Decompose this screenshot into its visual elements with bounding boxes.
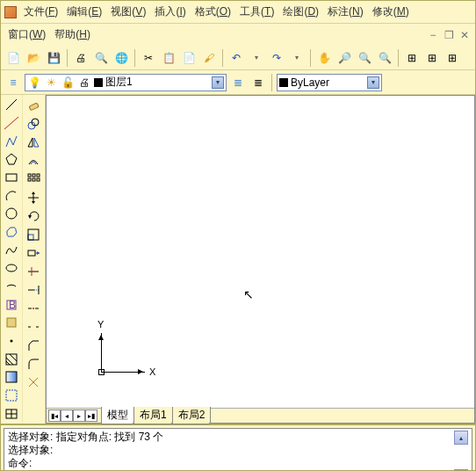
array-icon[interactable] (25, 170, 42, 187)
menu-help[interactable]: 帮助(H) (51, 25, 94, 44)
revcloud-icon[interactable] (3, 224, 20, 241)
menu-edit[interactable]: 编辑(E) (63, 3, 105, 21)
menu-tools[interactable]: 工具(T) (236, 3, 278, 21)
line-icon[interactable] (3, 97, 20, 113)
copy-icon[interactable]: 📋 (160, 49, 177, 67)
menu-dimension[interactable]: 标注(N) (324, 3, 367, 21)
command-history: 选择对象: 指定对角点: 找到 73 个 选择对象: 命令: (8, 431, 454, 471)
tab-layout1[interactable]: 布局1 (133, 407, 173, 424)
gradient-icon[interactable] (3, 369, 20, 386)
scroll-up-button[interactable]: ▴ (454, 431, 468, 445)
tab-next-button[interactable]: ▸ (73, 409, 85, 422)
menu-file[interactable]: 文件(F) (20, 3, 61, 21)
window-controls: − ❐ ✕ (426, 29, 472, 41)
insert-block-icon[interactable]: B (3, 296, 20, 313)
save-icon[interactable]: 💾 (45, 49, 62, 67)
break-icon[interactable] (25, 318, 42, 335)
print-icon[interactable]: 🖨 (72, 49, 90, 67)
svg-marker-22 (28, 138, 32, 147)
layer-states-icon[interactable]: ≣ (249, 74, 267, 91)
layer-manager-icon[interactable]: ≡ (4, 74, 22, 91)
dropdown-arrow-icon[interactable]: ▾ (367, 76, 379, 89)
dropdown-arrow-icon[interactable]: ▾ (212, 76, 224, 89)
paste-icon[interactable]: 📄 (180, 49, 198, 67)
zoom-win-icon[interactable]: 🔍 (356, 49, 373, 67)
tab-model[interactable]: 模型 (101, 407, 134, 424)
menu-insert[interactable]: 插入(I) (151, 3, 189, 21)
ellipse-arc-icon[interactable] (3, 279, 20, 295)
draw-modify-toolbars: B (1, 95, 46, 424)
circle-icon[interactable] (3, 206, 20, 222)
chamfer-icon[interactable] (25, 337, 42, 353)
undo-icon[interactable]: ↶ (227, 49, 245, 67)
rotate-icon[interactable] (25, 207, 42, 224)
arc-icon[interactable] (3, 187, 20, 204)
minimize-button[interactable]: − (426, 29, 440, 41)
command-window[interactable]: 选择对象: 指定对角点: 找到 73 个 选择对象: 命令: ▴ ▾ (4, 428, 472, 471)
construction-line-icon[interactable] (3, 115, 20, 132)
match-prop-icon[interactable]: 🖌 (200, 49, 218, 67)
restore-button[interactable]: ❐ (442, 29, 456, 41)
mirror-icon[interactable] (25, 134, 42, 150)
publish-icon[interactable]: 🌐 (112, 49, 130, 67)
menu-modify[interactable]: 修改(M) (369, 3, 413, 21)
menu-format[interactable]: 格式(O) (191, 3, 234, 21)
undo-dd-icon[interactable]: ▾ (248, 49, 265, 67)
stretch-icon[interactable] (25, 244, 42, 261)
polyline-icon[interactable] (3, 133, 20, 149)
menu-view[interactable]: 视图(V) (107, 3, 149, 21)
close-button[interactable]: ✕ (458, 29, 472, 41)
drawing-canvas[interactable]: Y X ↖ (47, 96, 474, 408)
pan-icon[interactable]: ✋ (315, 49, 333, 67)
cut-icon[interactable]: ✂ (140, 49, 157, 67)
copy-object-icon[interactable] (25, 115, 42, 132)
designcenter-icon[interactable]: ⊞ (423, 49, 441, 67)
draw-toolbar: B (1, 95, 23, 424)
scale-icon[interactable] (25, 226, 42, 243)
region-icon[interactable] (3, 388, 20, 404)
preview-icon[interactable]: 🔍 (92, 49, 110, 67)
open-file-icon[interactable]: 📂 (25, 49, 42, 67)
tab-layout2[interactable]: 布局2 (172, 407, 212, 424)
point-icon[interactable] (3, 333, 20, 350)
offset-icon[interactable] (25, 152, 42, 169)
properties-icon[interactable]: ⊞ (403, 49, 421, 67)
command-scrollbar[interactable]: ▴ ▾ (454, 431, 468, 471)
extend-icon[interactable] (25, 281, 42, 298)
redo-dd-icon[interactable]: ▾ (288, 49, 306, 67)
zoom-prev-icon[interactable]: 🔍 (376, 49, 393, 67)
fillet-icon[interactable] (25, 355, 42, 372)
main-toolbar: 📄 📂 💾 🖨 🔍 🌐 ✂ 📋 📄 🖌 ↶ ▾ ↷ ▾ ✋ 🔎 🔍 🔍 ⊞ ⊞ … (1, 46, 475, 70)
svg-rect-15 (6, 390, 17, 401)
layer-prev-icon[interactable]: ≣ (229, 74, 247, 91)
zoom-rt-icon[interactable]: 🔎 (335, 49, 353, 67)
modify-toolbar (23, 95, 45, 424)
polygon-icon[interactable] (3, 151, 20, 168)
cmd-prompt[interactable]: 命令: (8, 457, 454, 470)
x-label: X (149, 366, 155, 377)
rectangle-icon[interactable] (3, 170, 20, 186)
ellipse-icon[interactable] (3, 260, 20, 277)
hatch-icon[interactable] (3, 351, 20, 367)
explode-icon[interactable] (25, 373, 42, 390)
color-dropdown[interactable]: ByLayer ▾ (277, 74, 382, 91)
toolpalette-icon[interactable]: ⊞ (444, 49, 461, 67)
new-file-icon[interactable]: 📄 (4, 49, 22, 67)
move-icon[interactable] (25, 189, 42, 206)
menu-window[interactable]: 窗口(W) (4, 25, 49, 44)
erase-icon[interactable] (25, 97, 42, 113)
svg-point-4 (6, 208, 17, 219)
trim-icon[interactable] (25, 263, 42, 279)
layer-name: 图层1 (105, 75, 133, 90)
tab-last-button[interactable]: ▸▮ (85, 409, 97, 422)
redo-icon[interactable]: ↷ (268, 49, 285, 67)
layer-lock-icon: 🔓 (61, 76, 75, 90)
spline-icon[interactable] (3, 242, 20, 258)
tab-prev-button[interactable]: ◂ (61, 409, 73, 422)
make-block-icon[interactable] (3, 315, 20, 331)
tab-first-button[interactable]: ▮◂ (48, 409, 61, 422)
layer-dropdown[interactable]: 💡 ☀ 🔓 🖨 图层1 ▾ (25, 74, 227, 91)
break-at-point-icon[interactable] (25, 300, 42, 316)
menu-draw[interactable]: 绘图(D) (279, 3, 322, 21)
table-icon[interactable] (3, 405, 20, 422)
